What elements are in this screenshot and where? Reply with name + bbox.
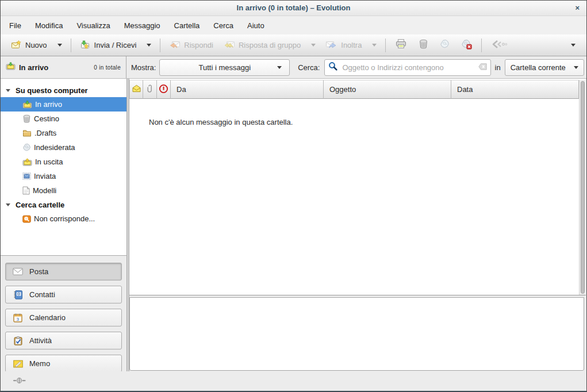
chevron-down-icon — [311, 44, 316, 47]
view-switcher: Posta Contatti 3 Calendario Attività — [1, 255, 126, 372]
chevrons-left-icon — [491, 40, 508, 51]
new-button[interactable]: Nuovo — [6, 37, 52, 54]
scrollbar-thumb[interactable] — [581, 81, 585, 294]
column-priority[interactable] — [157, 80, 171, 99]
close-icon[interactable]: × — [575, 1, 580, 16]
folder-item-label: In uscita — [35, 157, 63, 166]
column-from[interactable]: Da — [171, 80, 324, 99]
current-folder-label: In arrivo — [19, 63, 48, 72]
empty-folder-message: Non c'è alcun messaggio in questa cartel… — [149, 118, 293, 126]
menu-cartella[interactable]: Cartella — [172, 20, 202, 32]
chevron-down-icon — [277, 66, 282, 69]
clear-search-icon[interactable] — [478, 62, 487, 72]
expander-icon[interactable] — [6, 89, 10, 92]
chevron-down-icon — [372, 44, 377, 47]
trash-icon — [419, 39, 428, 51]
column-attachment[interactable] — [143, 80, 157, 99]
folder-item-inbox[interactable]: In arrivo — [1, 97, 126, 112]
trash-icon — [22, 114, 31, 123]
in-label: in — [495, 63, 501, 72]
menu-aiuto[interactable]: Aiuto — [245, 20, 266, 32]
tree-group-label: Su questo computer — [16, 86, 88, 95]
folder-tree: Su questo computer In arrivo Cestino .Dr… — [1, 79, 126, 226]
switcher-contacts-button[interactable]: Contatti — [5, 286, 122, 303]
online-plug-icon[interactable] — [13, 376, 26, 386]
toolbar: Nuovo Invia / Ricevi Rispondi Risposta d… — [1, 34, 586, 56]
switcher-tasks-button[interactable]: Attività — [5, 332, 122, 349]
folder-item-drafts[interactable]: .Drafts — [1, 126, 126, 140]
outbox-icon — [22, 158, 32, 166]
folder-item-sent[interactable]: Inviata — [1, 169, 126, 183]
folder-item-outbox[interactable]: In uscita — [1, 155, 126, 169]
undo-button[interactable] — [485, 37, 514, 54]
folder-item-junk[interactable]: Indesiderata — [1, 140, 126, 155]
window-title: In arrivo (0 in totale) – Evolution — [1, 1, 586, 16]
junk-icon — [22, 143, 31, 152]
message-count-label: 0 in totale — [94, 64, 121, 71]
forward-icon — [326, 40, 337, 51]
column-from-label: Da — [177, 85, 186, 94]
chevron-down-icon — [574, 66, 578, 69]
chevron-down-icon — [147, 44, 151, 47]
message-list-scrollbar[interactable] — [579, 80, 586, 295]
switcher-label: Calendario — [29, 313, 66, 322]
menu-visualizza[interactable]: Visualizza — [75, 20, 112, 32]
filter-bar: In arrivo 0 in totale Mostra: Tutti i me… — [1, 56, 586, 79]
delete-button[interactable] — [413, 37, 434, 54]
forward-button[interactable]: Inoltra — [321, 37, 367, 54]
column-date[interactable]: Data — [451, 80, 579, 99]
menu-cerca[interactable]: Cerca — [212, 20, 235, 32]
show-filter-value: Tutti i messaggi — [198, 63, 251, 72]
status-bar — [1, 371, 586, 391]
search-entry[interactable] — [324, 59, 490, 76]
search-scope-dropdown[interactable]: Cartella corrente — [505, 59, 584, 76]
toolbar-overflow-button[interactable] — [566, 37, 581, 54]
menu-modifica[interactable]: Modifica — [33, 20, 64, 32]
reply-button[interactable]: Rispondi — [164, 37, 218, 54]
printer-icon — [395, 39, 407, 51]
folder-item-unmatched[interactable]: Non corrisponde... — [1, 212, 126, 226]
menu-messaggio[interactable]: Messaggio — [122, 20, 162, 32]
tree-group-local[interactable]: Su questo computer — [1, 83, 126, 97]
new-button-label: Nuovo — [25, 41, 47, 49]
switcher-mail-button[interactable]: Posta — [5, 263, 122, 280]
expander-icon[interactable] — [6, 203, 10, 206]
tree-group-search-folders[interactable]: Cerca cartelle — [1, 198, 126, 212]
toolbar-separator — [160, 39, 160, 52]
reply-group-button[interactable]: Risposta di gruppo — [218, 37, 306, 54]
reply-all-icon — [224, 40, 235, 51]
not-junk-button[interactable] — [455, 37, 478, 54]
search-scope-value: Cartella corrente — [511, 63, 566, 72]
send-receive-dropdown-button[interactable] — [141, 37, 156, 54]
column-subject[interactable]: Oggetto — [324, 80, 451, 99]
menu-file[interactable]: File — [7, 20, 23, 32]
junk-delete-icon — [461, 39, 472, 52]
inbox-icon — [22, 101, 32, 109]
folder-item-templates[interactable]: Modelli — [1, 183, 126, 198]
switcher-calendar-button[interactable]: 3 Calendario — [5, 309, 122, 326]
switcher-label: Contatti — [29, 290, 55, 299]
memo-icon — [12, 360, 24, 368]
show-filter-dropdown[interactable]: Tutti i messaggi — [159, 59, 290, 76]
print-button[interactable] — [389, 37, 413, 54]
forward-dropdown-button[interactable] — [367, 37, 382, 54]
tree-group-label: Cerca cartelle — [16, 201, 64, 209]
junk-button[interactable] — [434, 37, 455, 54]
reply-icon — [169, 40, 180, 51]
reply-button-label: Rispondi — [184, 41, 213, 49]
new-dropdown-button[interactable] — [52, 37, 67, 54]
preview-pane — [129, 297, 584, 371]
column-read-status[interactable] — [129, 80, 143, 99]
folder-icon — [22, 129, 32, 137]
send-receive-button[interactable]: Invia / Ricevi — [75, 37, 142, 54]
titlebar: In arrivo (0 in totale) – Evolution × — [1, 1, 586, 16]
folder-item-trash[interactable]: Cestino — [1, 112, 126, 126]
sent-icon — [22, 172, 31, 180]
reply-group-dropdown-button[interactable] — [306, 37, 321, 54]
search-folder-icon — [22, 215, 31, 223]
switcher-label: Memo — [29, 359, 50, 368]
switcher-memos-button[interactable]: Memo — [5, 355, 122, 372]
chevron-down-icon — [571, 44, 576, 47]
search-input[interactable] — [341, 63, 474, 72]
important-icon — [159, 84, 168, 95]
